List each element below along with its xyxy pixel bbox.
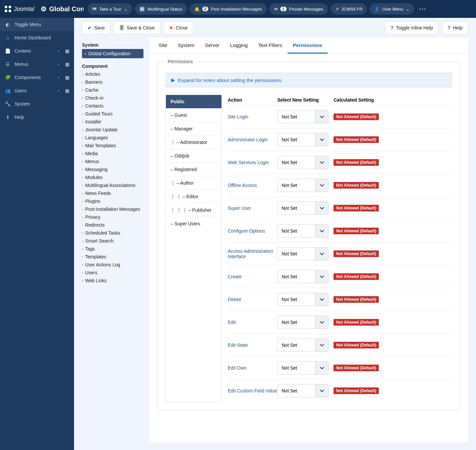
tab-site[interactable]: Site bbox=[153, 38, 173, 54]
group-item[interactable]: ⋮ – Administrator bbox=[166, 136, 221, 149]
private-messages-pill[interactable]: ✉ 1 Private Messages bbox=[269, 3, 328, 15]
chevron-right-icon: › bbox=[85, 51, 86, 56]
permission-select[interactable]: Not Set bbox=[277, 179, 329, 192]
group-item[interactable]: – Registered bbox=[166, 163, 221, 176]
tab-permissions[interactable]: Permissions bbox=[288, 38, 328, 54]
permission-action[interactable]: Edit Own bbox=[228, 365, 277, 371]
component-link[interactable]: ›Articles bbox=[82, 70, 143, 78]
permission-action[interactable]: Delete bbox=[228, 297, 277, 302]
component-link[interactable]: ›Web Links bbox=[82, 277, 143, 285]
chevron-right-icon: › bbox=[82, 104, 83, 108]
component-link[interactable]: ›Joomla! Update bbox=[82, 126, 143, 134]
component-link[interactable]: ›Check-in bbox=[82, 94, 143, 102]
component-link[interactable]: ›Languages bbox=[82, 134, 143, 142]
permission-action[interactable]: Super User bbox=[228, 205, 277, 211]
multilingual-pill[interactable]: 🔤 Multilingual Status bbox=[135, 3, 187, 15]
toggle-menu[interactable]: ◐ Toggle Menu bbox=[0, 18, 74, 31]
group-item[interactable]: – Super Users bbox=[166, 217, 221, 230]
component-link[interactable]: ›Post-installation Messages bbox=[82, 205, 143, 213]
permission-select[interactable]: Not Set bbox=[277, 224, 329, 238]
component-link[interactable]: ›Redirects bbox=[82, 221, 143, 229]
component-link[interactable]: ›Privacy bbox=[82, 213, 143, 221]
close-button[interactable]: ✕Close bbox=[164, 22, 193, 34]
permission-action[interactable]: Access Administration Interface bbox=[228, 248, 277, 259]
permission-select[interactable]: Not Set bbox=[277, 316, 329, 329]
group-item[interactable]: – Manager bbox=[166, 122, 221, 136]
sidebar-item-components[interactable]: 🧩Components›▦ bbox=[0, 71, 74, 84]
toggle-inline-help-button[interactable]: ?Toggle Inline Help bbox=[385, 22, 439, 34]
permission-action[interactable]: Edit State bbox=[228, 342, 277, 348]
site-link-pill[interactable]: ↗ JCMS6 FR bbox=[331, 3, 367, 15]
permission-action[interactable]: Administrator Login bbox=[228, 137, 277, 142]
more-menu[interactable]: ⋯ bbox=[419, 5, 427, 13]
group-item[interactable]: ⋮ – Author bbox=[166, 176, 221, 190]
global-config-link[interactable]: ›Global Configuration bbox=[82, 49, 143, 58]
permission-select[interactable]: Not Set bbox=[277, 361, 329, 375]
component-link[interactable]: ›Guided Tours bbox=[82, 110, 143, 118]
brand-logo[interactable]: Joomla! bbox=[4, 5, 35, 13]
component-link[interactable]: ›Menus bbox=[82, 158, 143, 165]
tab-logging[interactable]: Logging bbox=[225, 38, 253, 54]
grid-icon[interactable]: ▦ bbox=[65, 62, 69, 67]
component-link[interactable]: ›Plugins bbox=[82, 197, 143, 205]
permission-select[interactable]: Not Set bbox=[277, 156, 329, 169]
grid-icon[interactable]: ▦ bbox=[65, 48, 69, 54]
component-link[interactable]: ›User Actions Log bbox=[82, 261, 143, 269]
permission-action[interactable]: Site Login bbox=[228, 114, 277, 119]
permission-action[interactable]: Create bbox=[228, 274, 277, 279]
expand-notes[interactable]: ▶Expand for notes about setting the perm… bbox=[166, 73, 452, 87]
component-link[interactable]: ›Multilingual Associations bbox=[82, 181, 143, 189]
permission-action[interactable]: Edit bbox=[228, 320, 277, 325]
permission-action[interactable]: Offline Access bbox=[228, 183, 277, 188]
component-link[interactable]: ›Cache bbox=[82, 86, 143, 94]
component-link[interactable]: ›Media bbox=[82, 150, 143, 158]
component-link[interactable]: ›Contacts bbox=[82, 102, 143, 110]
sidebar-item-system[interactable]: 🔧System bbox=[0, 97, 74, 111]
component-link[interactable]: ›News Feeds bbox=[82, 189, 143, 197]
chevron-right-icon: › bbox=[82, 112, 83, 116]
post-install-pill[interactable]: 🔔 2 Post Installation Messages bbox=[190, 3, 267, 15]
permission-action[interactable]: Web Services Login bbox=[228, 160, 277, 165]
user-menu-pill[interactable]: 👤 User Menu ⌄ bbox=[370, 3, 414, 15]
help-button[interactable]: ?Help bbox=[442, 22, 468, 34]
grid-icon[interactable]: ▦ bbox=[65, 88, 69, 93]
tab-server[interactable]: Server bbox=[200, 38, 225, 54]
grid-icon[interactable]: ▦ bbox=[65, 75, 69, 80]
component-link[interactable]: ›Mail Templates bbox=[82, 142, 143, 150]
permission-select[interactable]: Not Set bbox=[277, 293, 329, 306]
sidebar-item-content[interactable]: 📄Content›▦ bbox=[0, 44, 74, 58]
component-link[interactable]: ›Scheduled Tasks bbox=[82, 229, 143, 237]
permission-action[interactable]: Edit Custom Field Value bbox=[228, 388, 277, 393]
user-groups-list: Public– Guest– Manager⋮ – Administrator–… bbox=[166, 95, 222, 402]
permission-select[interactable]: Not Set bbox=[277, 247, 329, 260]
save-button[interactable]: ✔Save bbox=[82, 22, 110, 34]
sidebar-item-help[interactable]: ℹHelp bbox=[0, 111, 74, 124]
component-link[interactable]: ›Banners bbox=[82, 78, 143, 86]
component-link[interactable]: ›Installer bbox=[82, 118, 143, 126]
tab-text-filters[interactable]: Text Filters bbox=[253, 38, 288, 54]
group-item[interactable]: – Guest bbox=[166, 109, 221, 122]
group-item[interactable]: ⋮ ⋮ ⋮ – Publisher bbox=[166, 203, 221, 217]
save-close-button[interactable]: 🗄Save & Close bbox=[114, 22, 160, 34]
component-link[interactable]: ›Templates bbox=[82, 253, 143, 261]
permission-select[interactable]: Not Set bbox=[277, 133, 329, 146]
permission-select[interactable]: Not Set bbox=[277, 270, 329, 283]
sidebar-item-home-dashboard[interactable]: ⌂Home Dashboard bbox=[0, 31, 74, 44]
permission-action[interactable]: Configure Options bbox=[228, 228, 277, 234]
take-tour-pill[interactable]: 🗺 Take a Tour ⌄ bbox=[88, 3, 132, 15]
permission-select[interactable]: Not Set bbox=[277, 384, 329, 397]
sidebar-item-users[interactable]: 👥Users›▦ bbox=[0, 84, 74, 97]
tab-system[interactable]: System bbox=[173, 38, 200, 54]
permission-select[interactable]: Not Set bbox=[277, 110, 329, 123]
group-item[interactable]: Public bbox=[166, 95, 221, 109]
sidebar-item-menus[interactable]: ☰Menus›▦ bbox=[0, 58, 74, 71]
component-link[interactable]: ›Users bbox=[82, 269, 143, 277]
group-item[interactable]: – Oddjob bbox=[166, 149, 221, 163]
permission-select[interactable]: Not Set bbox=[277, 202, 329, 215]
component-link[interactable]: ›Messaging bbox=[82, 165, 143, 173]
group-item[interactable]: ⋮ ⋮ – Editor bbox=[166, 190, 221, 203]
component-link[interactable]: ›Tags bbox=[82, 245, 143, 253]
permission-select[interactable]: Not Set bbox=[277, 338, 329, 352]
component-link[interactable]: ›Modules bbox=[82, 173, 143, 181]
component-link[interactable]: ›Smart Search bbox=[82, 237, 143, 245]
